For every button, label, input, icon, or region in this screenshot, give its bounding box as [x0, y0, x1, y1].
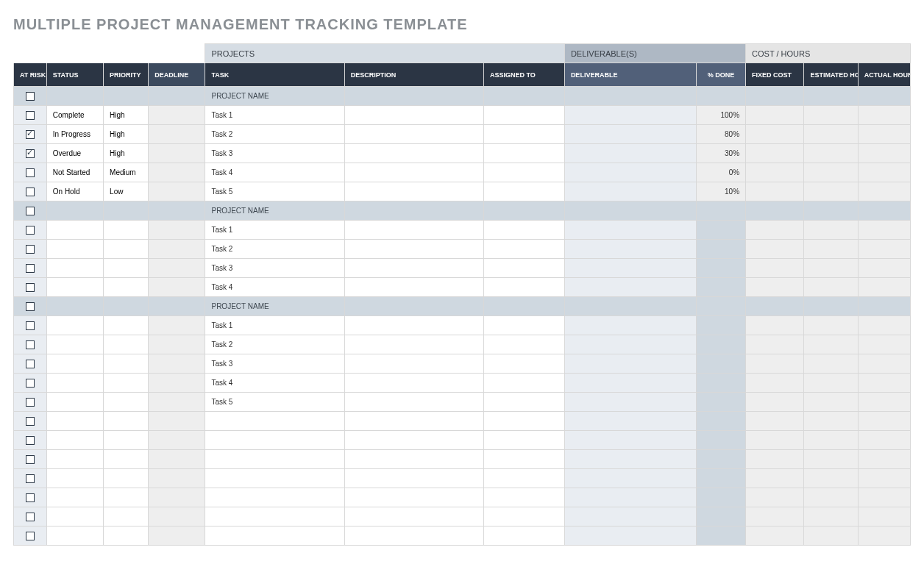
task-cell[interactable] [205, 431, 344, 450]
estimated-hours-cell[interactable] [804, 221, 858, 240]
at-risk-cell[interactable] [14, 240, 47, 259]
task-cell[interactable]: Task 1 [205, 221, 344, 240]
checkbox-icon[interactable] [26, 207, 35, 215]
estimated-hours-cell[interactable] [804, 469, 858, 488]
priority-cell[interactable] [104, 259, 149, 278]
status-cell[interactable] [46, 526, 103, 546]
assigned-cell[interactable] [483, 182, 564, 201]
at-risk-cell[interactable] [14, 87, 47, 106]
at-risk-cell[interactable] [14, 106, 47, 125]
deadline-cell[interactable] [149, 488, 205, 507]
status-cell[interactable] [46, 316, 103, 335]
description-cell[interactable] [344, 374, 483, 393]
deadline-cell[interactable] [149, 354, 205, 374]
deliverable-cell[interactable] [564, 163, 696, 182]
fixed-cost-cell[interactable] [746, 240, 804, 259]
status-cell[interactable] [46, 507, 103, 526]
assigned-cell[interactable] [483, 259, 564, 278]
percent-done-cell[interactable] [696, 488, 745, 507]
deliverable-cell[interactable] [564, 240, 696, 259]
deliverable-cell[interactable] [564, 335, 696, 354]
percent-done-cell[interactable] [696, 259, 745, 278]
fixed-cost-cell[interactable] [746, 221, 804, 240]
at-risk-cell[interactable] [14, 259, 47, 278]
estimated-hours-cell[interactable] [804, 431, 858, 450]
actual-hours-cell[interactable] [858, 335, 910, 354]
priority-cell[interactable]: High [104, 106, 149, 125]
actual-hours-cell[interactable] [858, 106, 910, 125]
fixed-cost-cell[interactable] [746, 526, 804, 546]
priority-cell[interactable] [104, 335, 149, 354]
at-risk-cell[interactable] [14, 507, 47, 526]
priority-cell[interactable] [104, 507, 149, 526]
task-cell[interactable]: Task 3 [205, 144, 344, 163]
deliverable-cell[interactable] [564, 316, 696, 335]
deadline-cell[interactable] [149, 316, 205, 335]
percent-done-cell[interactable]: 10% [696, 182, 745, 201]
priority-cell[interactable] [104, 412, 149, 431]
assigned-cell[interactable] [483, 163, 564, 182]
task-cell[interactable] [205, 450, 344, 469]
assigned-cell[interactable] [483, 450, 564, 469]
fixed-cost-cell[interactable] [746, 354, 804, 374]
assigned-cell[interactable] [483, 240, 564, 259]
description-cell[interactable] [344, 240, 483, 259]
assigned-cell[interactable] [483, 488, 564, 507]
fixed-cost-cell[interactable] [746, 450, 804, 469]
deliverable-cell[interactable] [564, 488, 696, 507]
at-risk-cell[interactable] [14, 393, 47, 412]
actual-hours-cell[interactable] [858, 163, 910, 182]
checkbox-icon[interactable] [26, 360, 35, 368]
percent-done-cell[interactable] [696, 240, 745, 259]
status-cell[interactable] [46, 240, 103, 259]
at-risk-cell[interactable] [14, 431, 47, 450]
at-risk-cell[interactable] [14, 374, 47, 393]
deliverable-cell[interactable] [564, 450, 696, 469]
deliverable-cell[interactable] [564, 106, 696, 125]
checkbox-icon[interactable] [26, 379, 35, 388]
priority-cell[interactable] [104, 221, 149, 240]
percent-done-cell[interactable] [696, 526, 745, 546]
deadline-cell[interactable] [149, 335, 205, 354]
actual-hours-cell[interactable] [858, 182, 910, 201]
at-risk-cell[interactable] [14, 469, 47, 488]
assigned-cell[interactable] [483, 507, 564, 526]
task-cell[interactable]: Task 4 [205, 278, 344, 297]
description-cell[interactable] [344, 412, 483, 431]
actual-hours-cell[interactable] [858, 354, 910, 374]
percent-done-cell[interactable] [696, 393, 745, 412]
percent-done-cell[interactable] [696, 374, 745, 393]
priority-cell[interactable] [104, 316, 149, 335]
fixed-cost-cell[interactable] [746, 316, 804, 335]
assigned-cell[interactable] [483, 469, 564, 488]
description-cell[interactable] [344, 488, 483, 507]
at-risk-cell[interactable] [14, 412, 47, 431]
checkbox-icon[interactable] [26, 245, 35, 254]
at-risk-cell[interactable] [14, 278, 47, 297]
at-risk-cell[interactable] [14, 125, 47, 144]
task-cell[interactable] [205, 469, 344, 488]
at-risk-cell[interactable] [14, 316, 47, 335]
estimated-hours-cell[interactable] [804, 278, 858, 297]
at-risk-cell[interactable] [14, 335, 47, 354]
percent-done-cell[interactable] [696, 412, 745, 431]
priority-cell[interactable] [104, 526, 149, 546]
deliverable-cell[interactable] [564, 125, 696, 144]
assigned-cell[interactable] [483, 393, 564, 412]
actual-hours-cell[interactable] [858, 374, 910, 393]
at-risk-cell[interactable] [14, 201, 47, 221]
percent-done-cell[interactable] [696, 335, 745, 354]
estimated-hours-cell[interactable] [804, 125, 858, 144]
at-risk-cell[interactable] [14, 163, 47, 182]
actual-hours-cell[interactable] [858, 393, 910, 412]
actual-hours-cell[interactable] [858, 240, 910, 259]
deadline-cell[interactable] [149, 182, 205, 201]
description-cell[interactable] [344, 450, 483, 469]
status-cell[interactable]: In Progress [46, 125, 103, 144]
checkbox-icon[interactable] [26, 302, 35, 311]
percent-done-cell[interactable]: 30% [696, 144, 745, 163]
percent-done-cell[interactable] [696, 278, 745, 297]
task-cell[interactable] [205, 412, 344, 431]
fixed-cost-cell[interactable] [746, 163, 804, 182]
priority-cell[interactable] [104, 278, 149, 297]
